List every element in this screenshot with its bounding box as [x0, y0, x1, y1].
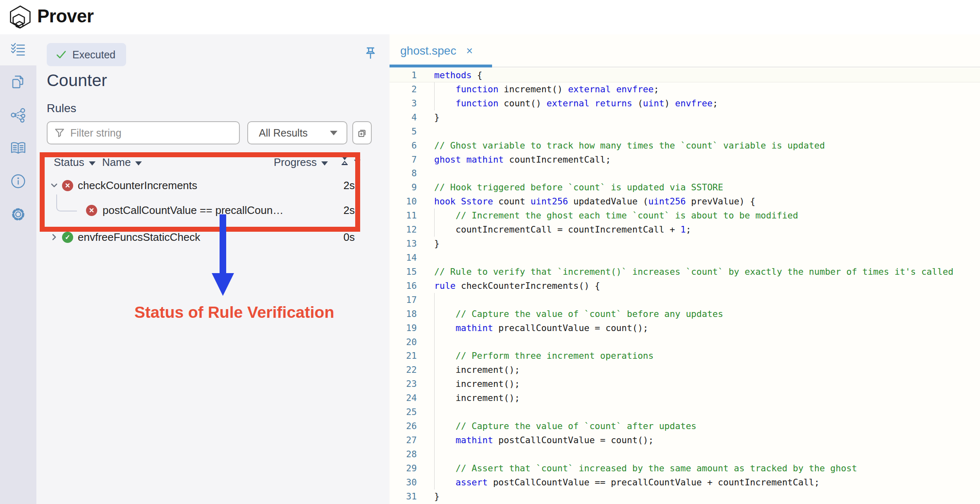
rules-panel: Executed Counter Rules Filter string All… — [36, 34, 390, 504]
rule-row-3: ✓envfreeFuncsStaticCheck0s — [46, 226, 355, 249]
code-text — [417, 251, 980, 265]
code-line-17[interactable]: 17 — [390, 293, 980, 307]
sidebar-item-rules-checklist-icon[interactable] — [0, 34, 36, 65]
rule-duration: 2s — [344, 204, 355, 217]
sort-caret-icon — [89, 161, 96, 166]
sidebar-item-settings-gear-icon[interactable] — [0, 198, 36, 231]
code-line-28[interactable]: 28 — [390, 447, 980, 461]
code-line-5[interactable]: 5 — [390, 125, 980, 139]
line-number: 4 — [390, 110, 417, 125]
info-icon — [10, 173, 26, 190]
code-line-26[interactable]: 26 // Capture the value of `count` after… — [390, 419, 980, 433]
code-text: // Assert that `count` increased by the … — [417, 461, 980, 475]
code-line-22[interactable]: 22 increment(); — [390, 363, 980, 377]
status-badge: Executed — [47, 43, 126, 66]
rule-name[interactable]: checkCounterIncrements — [78, 179, 197, 192]
line-number: 7 — [390, 153, 417, 167]
line-number: 16 — [390, 279, 417, 293]
active-tab-underline — [390, 65, 492, 67]
line-number: 30 — [390, 475, 417, 490]
status-badge-label: Executed — [72, 49, 115, 61]
column-status[interactable]: Status — [54, 156, 96, 169]
code-text: rule checkCounterIncrements() { — [417, 279, 980, 293]
code-line-18[interactable]: 18 // Capture the value of `count` befor… — [390, 307, 980, 321]
code-line-9[interactable]: 9// Hook triggered before `count` is upd… — [390, 180, 980, 194]
code-line-11[interactable]: 11 // Increment the ghost each time `cou… — [390, 209, 980, 223]
sidebar-item-copy-files-icon[interactable] — [0, 65, 36, 98]
code-text: countIncrementCall = countIncrementCall … — [417, 223, 980, 237]
code-text: function count() external returns (uint)… — [417, 96, 980, 110]
chevron-right-icon[interactable] — [49, 232, 60, 242]
code-text — [417, 293, 980, 307]
code-text: } — [417, 110, 980, 125]
code-line-8[interactable]: 8 — [390, 166, 980, 180]
code-line-7[interactable]: 7ghost mathint countIncrementCall; — [390, 153, 980, 167]
code-area[interactable]: 1methods {2 function increment() externa… — [390, 68, 980, 504]
line-number: 12 — [390, 223, 417, 237]
spec-editor: ghost.spec × 1methods {2 function increm… — [390, 34, 980, 504]
error-status-icon: ✕ — [86, 205, 97, 216]
docs-book-icon — [10, 140, 26, 156]
results-filter-dropdown[interactable]: All Results — [247, 121, 347, 144]
tab-ghost-spec[interactable]: ghost.spec × — [400, 34, 473, 67]
code-line-16[interactable]: 16rule checkCounterIncrements() { — [390, 279, 980, 293]
code-line-2[interactable]: 2 function increment() external envfree; — [390, 82, 980, 96]
code-text: increment(); — [417, 391, 980, 405]
code-text: ghost mathint countIncrementCall; — [417, 153, 980, 167]
code-line-29[interactable]: 29 // Assert that `count` increased by t… — [390, 461, 980, 475]
rule-name[interactable]: envfreeFuncsStaticCheck — [78, 231, 200, 244]
tab-label: ghost.spec — [400, 44, 456, 58]
line-number: 15 — [390, 265, 417, 279]
code-line-12[interactable]: 12 countIncrementCall = countIncrementCa… — [390, 223, 980, 237]
code-line-24[interactable]: 24 increment(); — [390, 391, 980, 405]
code-line-10[interactable]: 10hook Sstore count uint256 updatedValue… — [390, 194, 980, 209]
check-icon — [56, 49, 67, 60]
code-text — [417, 447, 980, 461]
job-title: Counter — [47, 71, 107, 90]
close-icon[interactable]: × — [466, 45, 473, 58]
line-number: 26 — [390, 419, 417, 433]
code-line-4[interactable]: 4} — [390, 110, 980, 125]
column-progress[interactable]: Progress — [274, 156, 328, 169]
pin-icon[interactable] — [364, 46, 377, 60]
annotation-arrow — [220, 214, 226, 274]
code-line-6[interactable]: 6// Ghost variable to track how many tim… — [390, 139, 980, 153]
column-status-label: Status — [54, 156, 84, 169]
code-line-15[interactable]: 15// Rule to verify that `increment()` i… — [390, 265, 980, 279]
sidebar-item-call-graph-icon[interactable] — [0, 98, 36, 132]
code-line-14[interactable]: 14 — [390, 251, 980, 265]
line-number: 31 — [390, 490, 417, 504]
column-time[interactable] — [340, 156, 361, 166]
line-number: 6 — [390, 139, 417, 153]
column-progress-label: Progress — [274, 156, 317, 169]
code-line-13[interactable]: 13} — [390, 237, 980, 251]
line-number: 18 — [390, 307, 417, 321]
chevron-down-icon[interactable] — [49, 180, 60, 191]
line-number: 1 — [390, 68, 417, 82]
code-line-1[interactable]: 1methods { — [390, 68, 980, 82]
chevron-down-icon — [330, 131, 337, 135]
sidebar-item-info-icon[interactable] — [0, 165, 36, 198]
error-status-icon: ✕ — [62, 180, 73, 191]
code-line-19[interactable]: 19 mathint precallCountValue = count(); — [390, 321, 980, 335]
filter-input[interactable]: Filter string — [47, 121, 240, 144]
code-line-25[interactable]: 25 — [390, 405, 980, 419]
settings-gear-icon — [10, 206, 26, 223]
app-title: Prover — [37, 6, 93, 26]
line-number: 24 — [390, 391, 417, 405]
code-line-30[interactable]: 30 assert postCallCountValue == precallC… — [390, 475, 980, 490]
duplicate-run-button[interactable] — [352, 121, 372, 144]
line-number: 28 — [390, 447, 417, 461]
code-line-21[interactable]: 21 // Perform three increment operations — [390, 349, 980, 363]
code-line-31[interactable]: 31} — [390, 490, 980, 504]
column-name[interactable]: Name — [102, 156, 142, 169]
top-bar: Prover — [0, 0, 980, 34]
code-text: // Ghost variable to track how many time… — [417, 139, 980, 153]
rule-name[interactable]: postCallCountValue == precallCoun… — [103, 204, 283, 217]
line-number: 2 — [390, 82, 417, 96]
code-line-3[interactable]: 3 function count() external returns (uin… — [390, 96, 980, 110]
code-line-27[interactable]: 27 mathint postCallCountValue = count(); — [390, 433, 980, 447]
code-line-20[interactable]: 20 — [390, 335, 980, 349]
sidebar-item-docs-book-icon[interactable] — [0, 132, 36, 165]
code-line-23[interactable]: 23 increment(); — [390, 377, 980, 391]
